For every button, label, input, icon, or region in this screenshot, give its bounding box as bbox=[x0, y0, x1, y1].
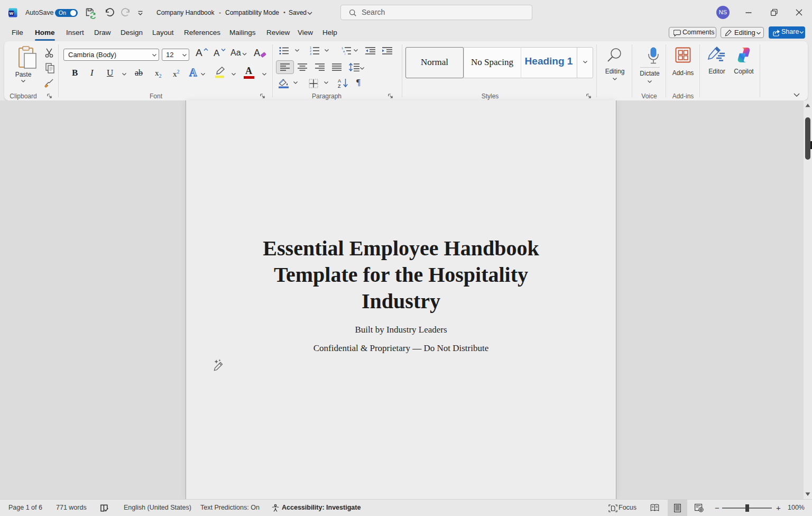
svg-text:A: A bbox=[338, 78, 341, 84]
svg-text:Z: Z bbox=[338, 84, 341, 88]
svg-text:3: 3 bbox=[310, 52, 311, 55]
svg-text:i: i bbox=[345, 52, 345, 55]
svg-text:W: W bbox=[9, 11, 13, 16]
